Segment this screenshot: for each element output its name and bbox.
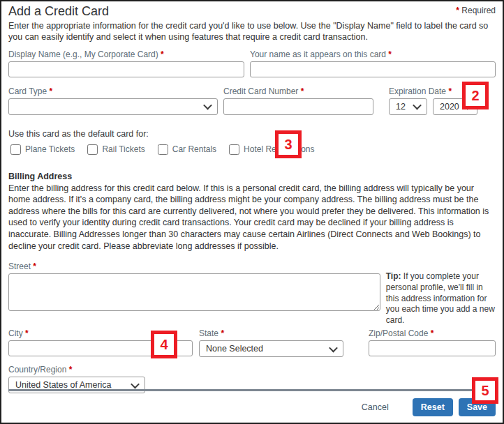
- country-label: Country/Region *: [8, 365, 145, 374]
- required-asterisk: *: [221, 328, 224, 338]
- card-number-label: Credit Card Number *: [223, 86, 373, 96]
- card-type-label: Card Type *: [8, 86, 218, 96]
- required-asterisk: *: [431, 328, 434, 338]
- footer-divider: [8, 389, 496, 391]
- default-option-rail-tickets[interactable]: Rail Tickets: [85, 144, 144, 155]
- rail-tickets-checkbox[interactable]: [87, 144, 98, 155]
- required-asterisk: *: [456, 6, 459, 15]
- zip-label: Zip/Postal Code *: [369, 328, 496, 338]
- billing-address-text: Enter the billing address for this credi…: [8, 183, 496, 252]
- street-field: Street *: [8, 262, 380, 326]
- chevron-down-icon: [329, 344, 338, 353]
- name-on-card-field: Your name as it appears on this card *: [250, 50, 496, 77]
- display-name-field: Display Name (e.g., My Corporate Card) *: [8, 50, 244, 77]
- required-note: * Required: [456, 6, 496, 15]
- default-card-label: Use this card as the default card for:: [8, 129, 496, 139]
- state-field: State * None Selected: [199, 328, 343, 357]
- display-name-label: Display Name (e.g., My Corporate Card) *: [8, 50, 244, 59]
- required-note-text: Required: [461, 6, 496, 15]
- required-asterisk: *: [448, 86, 452, 96]
- add-credit-card-form: Add a Credit Card * Required Enter the a…: [0, 0, 504, 424]
- expiration-year-value: 2020: [440, 102, 459, 112]
- state-label: State *: [199, 328, 343, 338]
- tip-text: Tip: If you complete your personal profi…: [386, 262, 496, 326]
- required-asterisk: *: [69, 365, 73, 374]
- zip-field: Zip/Postal Code *: [369, 328, 496, 357]
- chevron-down-icon: [131, 380, 140, 389]
- annotation-step-3: 3: [275, 130, 302, 158]
- car-rentals-checkbox[interactable]: [158, 144, 168, 155]
- card-number-input[interactable]: [223, 98, 373, 115]
- reset-button[interactable]: Reset: [413, 398, 453, 416]
- cancel-button[interactable]: Cancel: [362, 402, 389, 412]
- required-asterisk: *: [50, 86, 53, 96]
- annotation-step-4: 4: [151, 331, 177, 358]
- chevron-down-icon: [413, 101, 422, 110]
- header: Add a Credit Card * Required: [8, 4, 496, 20]
- state-select[interactable]: None Selected: [199, 340, 343, 357]
- name-on-card-label: Your name as it appears on this card *: [250, 50, 496, 59]
- street-label: Street *: [8, 262, 380, 271]
- default-card-options: Plane Tickets Rail Tickets Car Rentals H…: [8, 144, 496, 155]
- tip-prefix: Tip:: [386, 271, 401, 281]
- default-option-plane-tickets[interactable]: Plane Tickets: [8, 144, 75, 155]
- state-value: None Selected: [206, 344, 263, 354]
- annotation-step-2: 2: [462, 82, 489, 109]
- expiration-month-select[interactable]: 12: [389, 98, 427, 115]
- plane-tickets-checkbox[interactable]: [10, 144, 21, 155]
- required-asterisk: *: [388, 50, 392, 59]
- required-asterisk: *: [161, 50, 164, 59]
- annotation-step-5: 5: [472, 377, 498, 404]
- expiration-month-value: 12: [396, 102, 406, 112]
- required-asterisk: *: [33, 262, 36, 271]
- chevron-down-icon: [203, 101, 212, 110]
- default-option-car-rentals[interactable]: Car Rentals: [156, 144, 216, 155]
- zip-input[interactable]: [369, 340, 496, 356]
- card-type-field: Card Type *: [8, 86, 218, 115]
- page-title: Add a Credit Card: [8, 4, 109, 20]
- card-type-select[interactable]: [8, 98, 218, 115]
- intro-text: Enter the appropriate information for th…: [8, 20, 496, 43]
- card-number-field: Credit Card Number *: [223, 86, 373, 115]
- street-input[interactable]: [8, 273, 380, 311]
- required-asterisk: *: [301, 86, 304, 96]
- name-on-card-input[interactable]: [250, 61, 496, 77]
- display-name-input[interactable]: [8, 61, 244, 77]
- billing-address-title: Billing Address: [8, 172, 496, 181]
- required-asterisk: *: [25, 328, 29, 338]
- hotel-reservations-checkbox[interactable]: [229, 144, 239, 155]
